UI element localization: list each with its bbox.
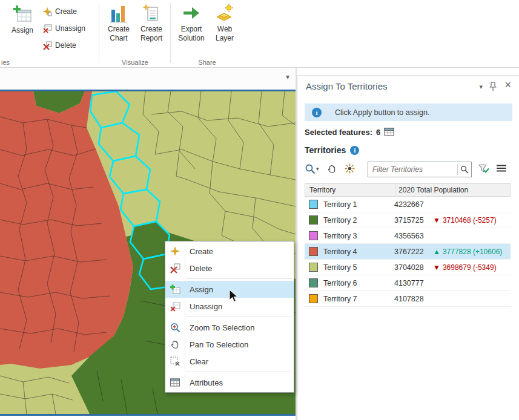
create-report-icon [142,4,160,23]
context-menu-item-create[interactable]: Create [165,243,294,260]
territory-name: Territory 1 [323,200,394,209]
assign-label: Assign [12,26,33,35]
territory-population: 3715725 [394,216,433,225]
delete-icon [42,41,52,50]
context-menu-item-attributes[interactable]: Attributes [165,374,294,391]
context-menu-item-delete[interactable]: Delete [165,260,294,277]
table-row-territory-1[interactable]: Territory 1 4232667 [305,197,511,212]
selected-features-row: Selected features: 6 [305,127,394,137]
create-chart-icon [110,4,128,23]
map-view-dropdown-caret[interactable]: ▾ [286,73,289,81]
context-menu-item-clear[interactable]: Clear [165,353,294,370]
context-menu-label: Unassign [190,302,222,311]
table-row-territory-2[interactable]: Territory 2 3715725 ▼ 3710468 (-5257) [305,212,511,228]
export-solution-label-1: Export [181,25,202,34]
create-report-label-2: Report [140,34,162,43]
context-menu: Create Delete Assign [165,241,294,393]
info-message: Click Apply button to assign. [335,108,429,117]
selected-features-count: 6 [376,128,380,137]
zoom-tool-button[interactable]: ▾ [305,163,319,174]
map-accent-bar-bottom [0,414,296,416]
table-row-territory-6[interactable]: Territory 6 4130777 [305,275,511,291]
territories-table: Territory 2020 Total Population Territor… [305,183,511,307]
create-sparkle-icon [170,246,180,257]
delta-up-icon: ▲ [433,248,440,256]
magnifier-icon [305,163,316,174]
assign-icon [170,284,180,295]
context-menu-item-pan-to-selection[interactable]: Pan To Selection [165,336,294,353]
context-menu-label: Pan To Selection [190,340,248,349]
table-row-territory-4[interactable]: Territory 4 3767222 ▲ 3777828 (+10606) [305,244,511,260]
export-solution-icon [182,4,201,23]
create-chart-label-2: Chart [110,34,127,43]
territory-name: Territory 2 [323,216,394,225]
delta-down-icon: ▼ [433,216,440,225]
delta-value: 3777828 (+10606) [443,248,502,256]
context-menu-label: Create [190,247,213,256]
create-chart-label-1: Create [108,25,130,34]
delete-button[interactable]: Delete [42,39,76,52]
territory-population: 3767222 [394,248,433,256]
context-menu-separator [186,278,292,279]
ribbon-separator [99,2,99,63]
flash-feature-button[interactable] [345,163,355,174]
web-layer-button[interactable]: Web Layer [210,4,239,43]
filter-check-icon [478,163,489,174]
hamburger-icon [496,163,507,173]
panel-title: Assign To Territories [306,81,388,91]
population-delta: ▼ 3698679 (-5349) [433,263,497,272]
menu-button[interactable] [496,163,507,173]
delta-value: 3698679 (-5349) [443,263,497,272]
column-header-territory[interactable]: Territory [305,186,395,194]
create-report-button[interactable]: Create Report [136,4,167,43]
population-delta: ▲ 3777828 (+10606) [433,248,502,256]
create-sparkle-icon [42,7,52,16]
table-row-territory-7[interactable]: Territory 7 4107828 [305,291,511,307]
territories-toolbar: ▾ [305,162,512,179]
territory-color-swatch [309,215,318,225]
map-view-header: ▾ [0,68,296,90]
context-menu-label: Assign [190,285,213,294]
context-menu-separator [186,372,292,372]
unassign-icon [170,301,180,312]
assign-to-territories-panel: Assign To Territories ▾ × i Click Apply … [297,75,519,420]
territory-color-swatch [309,294,318,303]
table-row-territory-5[interactable]: Territory 5 3704028 ▼ 3698679 (-5349) [305,260,511,275]
unassign-icon [42,24,52,33]
context-menu-label: Delete [190,264,213,273]
assign-icon [12,4,33,24]
territory-population: 4356563 [394,232,433,240]
context-menu-label: Zoom To Selection [190,323,254,332]
unassign-button[interactable]: Unassign [42,22,85,35]
web-layer-label-1: Web [217,25,232,34]
territory-name: Territory 5 [323,263,394,272]
filter-territories-input[interactable] [368,165,457,174]
create-label: Create [55,7,77,16]
info-icon[interactable]: i [350,146,359,155]
table-row-territory-3[interactable]: Territory 3 4356563 [305,228,511,244]
column-header-population[interactable]: 2020 Total Population [395,184,510,196]
export-solution-label-2: Solution [178,34,204,43]
close-icon[interactable]: × [504,79,511,90]
clear-selection-icon [170,356,180,367]
ribbon-separator [170,2,171,63]
territory-color-swatch [309,231,318,240]
delta-value: 3710468 (-5257) [443,216,497,225]
export-solution-button[interactable]: Export Solution [174,4,208,43]
attributes-table-icon[interactable] [384,127,394,137]
territory-name: Territory 4 [323,248,394,256]
filter-applied-button[interactable] [478,163,489,174]
create-button[interactable]: Create [42,5,77,18]
panel-menu-caret[interactable]: ▾ [479,83,483,91]
unassign-label: Unassign [55,24,85,33]
context-menu-item-zoom-to-selection[interactable]: Zoom To Selection [165,319,294,336]
web-layer-label-2: Layer [216,34,234,43]
pin-icon[interactable] [489,82,497,91]
create-chart-button[interactable]: Create Chart [103,4,134,43]
share-group-label: Share [174,59,240,66]
pan-tool-button[interactable] [326,163,337,174]
search-icon[interactable] [458,165,471,174]
hand-icon [326,163,337,174]
assign-button[interactable]: Assign [6,4,39,35]
territory-population: 4107828 [394,295,433,303]
